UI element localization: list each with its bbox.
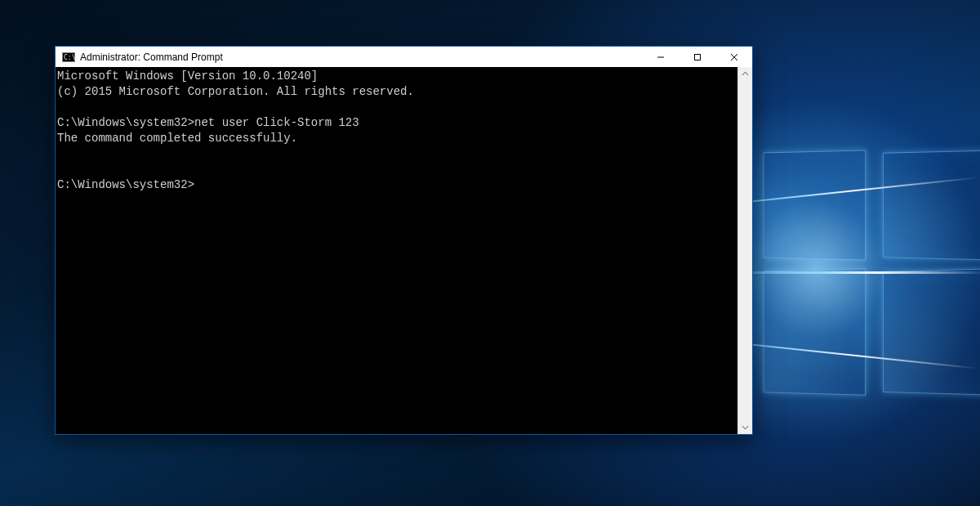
wallpaper-pane	[883, 268, 980, 396]
command-prompt-window[interactable]: C:\ Administrator: Command Prompt	[55, 46, 753, 435]
wallpaper-pane	[764, 150, 866, 260]
svg-text:C:\: C:\	[64, 54, 75, 61]
scroll-up-button[interactable]	[738, 67, 752, 81]
scroll-down-button[interactable]	[738, 420, 752, 434]
terminal-line: The command completed successfully.	[57, 131, 737, 146]
svg-rect-3	[694, 54, 700, 60]
terminal-line: Microsoft Windows [Version 10.0.10240]	[57, 69, 737, 84]
wallpaper-pane	[883, 150, 980, 261]
cmd-icon: C:\	[62, 51, 75, 64]
terminal-client-area: Microsoft Windows [Version 10.0.10240](c…	[56, 67, 752, 434]
terminal-line: C:\Windows\system32>	[57, 177, 737, 193]
maximize-button[interactable]	[679, 47, 715, 67]
vertical-scrollbar[interactable]	[737, 67, 752, 434]
terminal-line	[57, 100, 737, 115]
terminal-line: C:\Windows\system32>net user Click-Storm…	[57, 115, 737, 131]
minimize-button[interactable]	[642, 47, 679, 67]
terminal-line	[57, 146, 737, 162]
desktop-wallpaper: C:\ Administrator: Command Prompt	[0, 0, 980, 506]
close-button[interactable]	[715, 47, 752, 67]
wallpaper-pane	[764, 268, 866, 396]
terminal-output[interactable]: Microsoft Windows [Version 10.0.10240](c…	[56, 67, 737, 434]
titlebar[interactable]: C:\ Administrator: Command Prompt	[56, 47, 752, 67]
terminal-line	[57, 162, 737, 177]
window-title: Administrator: Command Prompt	[80, 51, 223, 63]
window-controls	[642, 47, 752, 67]
terminal-line: (c) 2015 Microsoft Corporation. All righ…	[57, 84, 737, 100]
